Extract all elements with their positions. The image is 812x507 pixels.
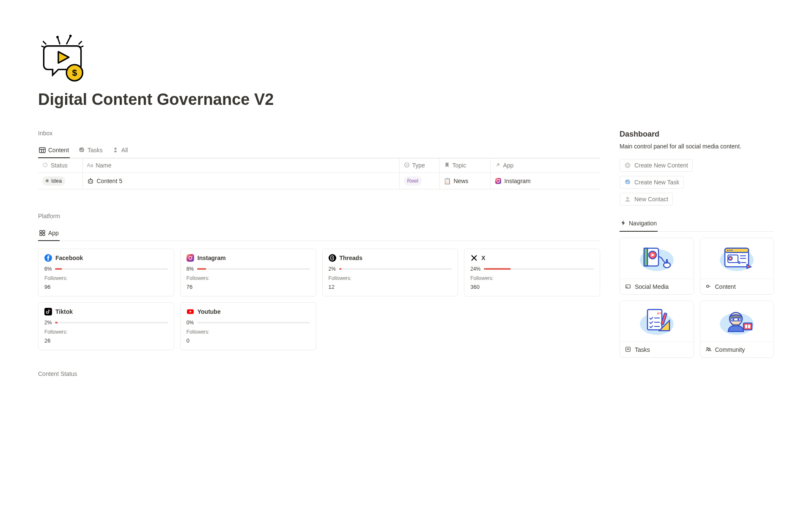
nav-card-tasks[interactable]: A+ Tasks xyxy=(620,301,694,358)
svg-point-27 xyxy=(91,181,92,182)
chevron-circle-icon xyxy=(404,162,410,169)
inbox-table: Status AaName Type Topic App Idea Conten… xyxy=(38,158,600,189)
svg-line-6 xyxy=(79,41,82,44)
svg-point-2 xyxy=(56,36,59,38)
table-header-row: Status AaName Type Topic App xyxy=(38,158,600,173)
svg-point-71 xyxy=(706,285,708,287)
instagram-icon xyxy=(187,254,194,262)
svg-point-32 xyxy=(499,179,500,180)
svg-point-3 xyxy=(69,35,72,37)
check-badge-icon xyxy=(624,179,631,186)
platform-card-followers: 360 xyxy=(470,284,594,290)
svg-rect-88 xyxy=(743,323,752,330)
svg-line-4 xyxy=(43,41,47,44)
svg-line-1 xyxy=(66,36,71,44)
platform-card-name: Tiktok xyxy=(55,308,73,315)
list-icon xyxy=(625,346,632,353)
svg-rect-49 xyxy=(644,248,647,266)
platform-card[interactable]: Threads2%Followers:12 xyxy=(322,249,458,296)
platform-card-pct: 2% xyxy=(329,266,336,272)
svg-rect-53 xyxy=(666,259,668,263)
col-app[interactable]: App xyxy=(490,158,600,173)
svg-rect-85 xyxy=(731,318,741,321)
platform-card-followers: 0 xyxy=(187,337,310,344)
svg-point-62 xyxy=(732,249,733,251)
page-icon xyxy=(625,283,632,290)
content-status-section-label: Content Status xyxy=(38,370,600,377)
platform-card-name: Instagram xyxy=(198,255,226,261)
grid-icon xyxy=(39,230,46,236)
svg-point-60 xyxy=(727,249,729,251)
platform-card-followers-label: Followers: xyxy=(329,275,452,281)
nav-card-thumb: A+ xyxy=(620,301,694,342)
svg-point-40 xyxy=(192,255,192,256)
tab-tasks[interactable]: Tasks xyxy=(77,144,104,158)
tab-navigation[interactable]: Navigation xyxy=(620,217,658,232)
svg-point-86 xyxy=(732,318,735,321)
nav-card-content[interactable]: Content xyxy=(700,238,774,295)
platform-card[interactable]: Instagram8%Followers:76 xyxy=(180,249,316,296)
bookmark-icon xyxy=(444,162,450,169)
progress-bar xyxy=(55,322,167,323)
nav-card-social-media[interactable]: Social Media xyxy=(620,238,694,295)
svg-rect-42 xyxy=(44,308,52,315)
platform-card-name: Threads xyxy=(340,255,362,261)
svg-point-91 xyxy=(706,347,708,349)
arrow-up-right-icon xyxy=(495,162,501,169)
svg-rect-38 xyxy=(187,254,194,262)
robot-page-icon xyxy=(87,178,94,184)
svg-point-61 xyxy=(730,249,731,251)
svg-rect-11 xyxy=(39,148,45,153)
platform-card[interactable]: Tiktok2%Followers:26 xyxy=(38,302,174,350)
platform-section-label: Platform xyxy=(38,213,600,219)
col-topic[interactable]: Topic xyxy=(439,158,490,173)
svg-rect-54 xyxy=(626,285,631,288)
progress-bar xyxy=(484,268,594,270)
svg-rect-89 xyxy=(745,325,747,328)
tab-content[interactable]: Content xyxy=(38,144,70,158)
col-type[interactable]: Type xyxy=(399,158,439,173)
people-icon xyxy=(705,346,712,353)
col-status[interactable]: Status xyxy=(38,158,82,173)
progress-bar xyxy=(197,322,310,323)
tiktok-icon xyxy=(44,308,52,315)
tab-app[interactable]: App xyxy=(38,227,60,241)
platform-card-pct: 0% xyxy=(187,320,194,326)
nav-card-thumb xyxy=(700,238,774,279)
row-name: Content 5 xyxy=(97,178,123,184)
create-new-task-button[interactable]: Create New Task xyxy=(620,176,684,189)
tab-tasks-label: Tasks xyxy=(88,147,103,153)
col-name[interactable]: AaName xyxy=(82,158,399,173)
page-icon xyxy=(705,283,712,290)
x-icon xyxy=(470,254,478,262)
dashboard-actions: Create New Content Create New Task New C… xyxy=(620,159,774,206)
platform-card-followers-label: Followers: xyxy=(470,275,594,281)
svg-line-20 xyxy=(44,163,44,164)
create-new-content-button[interactable]: Create New Content xyxy=(620,159,693,172)
progress-bar xyxy=(339,268,452,270)
platform-card-name: X xyxy=(481,255,485,261)
svg-rect-25 xyxy=(88,180,93,183)
platform-card-grid: Facebook6%Followers:96Instagram8%Followe… xyxy=(38,249,600,350)
platform-card[interactable]: X24%Followers:360 xyxy=(464,249,600,296)
type-pill: Reel xyxy=(404,176,422,186)
progress-bar xyxy=(197,268,310,270)
nav-card-community[interactable]: Community xyxy=(700,301,774,358)
svg-text:$: $ xyxy=(72,68,77,77)
table-row[interactable]: Idea Content 5 Reel 📋News Instagram xyxy=(38,173,600,189)
platform-card-pct: 6% xyxy=(44,266,52,272)
youtube-icon xyxy=(187,308,194,315)
board-icon xyxy=(39,147,46,153)
platform-card-followers: 76 xyxy=(187,284,310,290)
new-contact-button[interactable]: New Contact xyxy=(620,193,673,206)
platform-card-name: Youtube xyxy=(198,308,221,315)
svg-point-15 xyxy=(114,148,116,150)
svg-point-92 xyxy=(709,348,710,349)
platform-card-followers: 26 xyxy=(44,337,168,344)
svg-line-22 xyxy=(44,166,44,167)
platform-card[interactable]: Youtube0%Followers:0 xyxy=(180,302,316,350)
tab-all[interactable]: All xyxy=(111,144,129,158)
platform-card-followers: 96 xyxy=(44,284,168,290)
dashboard-title: Dashboard xyxy=(620,130,774,139)
platform-card[interactable]: Facebook6%Followers:96 xyxy=(38,249,174,296)
